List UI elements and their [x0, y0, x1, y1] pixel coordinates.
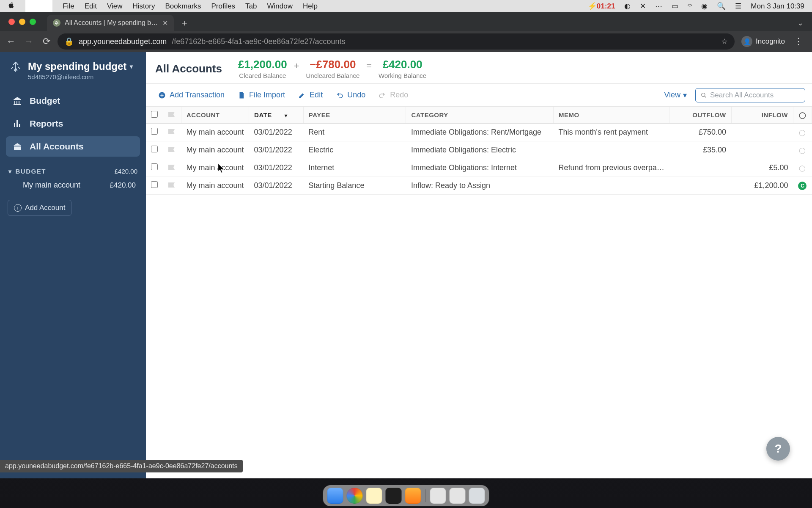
page-title: All Accounts — [155, 62, 226, 75]
back-button[interactable]: ← — [4, 35, 18, 48]
column-header-outflow[interactable]: OUTFLOW — [669, 107, 731, 124]
row-checkbox[interactable] — [146, 177, 163, 195]
table-row[interactable]: My main account03/01/2022Starting Balanc… — [146, 177, 812, 195]
dock-trash-icon[interactable] — [469, 488, 485, 504]
help-button[interactable]: ? — [766, 437, 790, 461]
undo-button[interactable]: Undo — [330, 87, 370, 103]
menubar-item[interactable]: History — [132, 2, 155, 11]
spotlight-icon[interactable]: 🔍 — [717, 2, 726, 11]
menubar-status-icon[interactable]: ⋯ — [655, 2, 662, 11]
window-close-button[interactable] — [8, 19, 15, 25]
menubar-clock[interactable]: Mon 3 Jan 10:39 — [751, 2, 804, 11]
row-flag-icon[interactable] — [163, 159, 181, 177]
add-account-button[interactable]: + Add Account — [8, 200, 71, 216]
cell-outflow — [669, 177, 731, 195]
window-fullscreen-button[interactable] — [30, 19, 36, 25]
forward-button: → — [22, 35, 36, 48]
dock-app-icon[interactable] — [430, 488, 446, 504]
table-row[interactable]: My main account03/01/2022InternetImmedia… — [146, 159, 812, 177]
file-import-button[interactable]: File Import — [232, 87, 290, 103]
select-all-checkbox[interactable] — [146, 107, 163, 124]
dock-app-icon[interactable] — [366, 488, 382, 504]
svg-point-1 — [702, 93, 705, 96]
chrome-menu-button[interactable]: ⋮ — [792, 35, 805, 48]
column-header-inflow[interactable]: INFLOW — [731, 107, 793, 124]
cell-cleared-toggle[interactable]: ◯ — [793, 159, 812, 177]
menubar-item[interactable]: Edit — [85, 2, 97, 11]
row-flag-icon[interactable] — [163, 124, 181, 141]
cell-cleared-toggle[interactable]: ◯ — [793, 141, 812, 159]
tabstrip-overflow-icon[interactable]: ⌄ — [797, 15, 808, 31]
plus-circle-icon: + — [14, 204, 22, 212]
cell-cleared-toggle[interactable]: C — [793, 177, 812, 195]
menubar-item[interactable]: Bookmarks — [165, 2, 201, 11]
add-transaction-button[interactable]: Add Transaction — [153, 87, 230, 103]
battery-indicator[interactable]: ⚡01:21 — [588, 2, 615, 11]
incognito-indicator[interactable]: 👤 Incognito — [741, 36, 785, 47]
cell-inflow: £1,200.00 — [731, 177, 793, 195]
row-checkbox[interactable] — [146, 141, 163, 159]
search-input-wrapper[interactable] — [695, 88, 805, 102]
sidebar-item-reports[interactable]: Reports — [6, 113, 140, 134]
equals-icon: = — [366, 61, 372, 72]
dock-app-icon[interactable] — [450, 488, 466, 504]
cleared-balance: £1,200.00 Cleared Balance — [238, 58, 287, 79]
row-flag-icon[interactable] — [163, 177, 181, 195]
tab-close-icon[interactable]: ✕ — [162, 19, 168, 27]
search-input[interactable] — [710, 91, 800, 99]
cell-category: Immediate Obligations: Electric — [406, 141, 554, 159]
dock-app-icon[interactable] — [386, 488, 402, 504]
chevron-down-icon: ▾ — [683, 91, 687, 100]
cell-outflow: £750.00 — [669, 124, 731, 141]
sidebar-section-budget[interactable]: ▾BUDGET £420.00 — [8, 168, 137, 175]
browser-tab[interactable]: ✲ All Accounts | My spending bu… ✕ — [47, 15, 174, 31]
table-row[interactable]: My main account03/01/2022ElectricImmedia… — [146, 141, 812, 159]
sidebar-item-all-accounts[interactable]: All Accounts — [6, 136, 140, 157]
menubar-status-icon[interactable]: ✕ — [640, 2, 646, 11]
menubar-item[interactable]: File — [63, 2, 74, 11]
wifi-icon[interactable]: ⌔ — [688, 2, 692, 11]
dock-app-icon[interactable] — [327, 488, 343, 504]
menubar-item[interactable]: Profiles — [211, 2, 235, 11]
menubar-item[interactable]: Help — [303, 2, 318, 11]
edit-button[interactable]: Edit — [293, 87, 328, 103]
menubar-item[interactable]: View — [107, 2, 123, 11]
chrome-toolbar: ← → ⟳ 🔒 app.youneedabudget.com/fe67162b-… — [0, 31, 812, 52]
row-flag-icon[interactable] — [163, 141, 181, 159]
column-header-account[interactable]: ACCOUNT — [181, 107, 249, 124]
menubar-status-icon[interactable]: ◐ — [624, 2, 631, 11]
search-icon — [701, 91, 707, 99]
control-center-icon[interactable]: ◉ — [701, 2, 708, 11]
column-header-memo[interactable]: MEMO — [554, 107, 669, 124]
menubar-item[interactable]: Tab — [245, 2, 257, 11]
view-menu-button[interactable]: View ▾ — [658, 91, 693, 100]
column-header-cleared[interactable]: ◯ — [793, 107, 812, 124]
apple-logo-icon[interactable] — [8, 1, 15, 11]
address-bar[interactable]: 🔒 app.youneedabudget.com/fe67162b-e665-4… — [58, 33, 735, 50]
file-icon — [237, 91, 246, 99]
flag-column-header[interactable] — [163, 107, 181, 124]
menubar-item[interactable]: Window — [267, 2, 293, 11]
cell-account: My main account — [181, 124, 249, 141]
column-header-payee[interactable]: PAYEE — [303, 107, 406, 124]
column-header-category[interactable]: CATEGORY — [406, 107, 554, 124]
dock-app-icon[interactable] — [347, 488, 363, 504]
sidebar-account-item[interactable]: My main account £420.00 — [8, 175, 137, 190]
window-minimize-button[interactable] — [19, 19, 25, 25]
working-balance: £420.00 Working Balance — [379, 58, 426, 79]
cell-memo: This month's rent payment — [554, 124, 669, 141]
table-row[interactable]: My main account03/01/2022RentImmediate O… — [146, 124, 812, 141]
budget-email: 5d485270@uifeed.com — [28, 73, 133, 80]
new-tab-button[interactable]: ＋ — [180, 15, 189, 31]
row-checkbox[interactable] — [146, 159, 163, 177]
column-header-date[interactable]: DATE▾ — [249, 107, 304, 124]
bookmark-star-icon[interactable]: ☆ — [721, 37, 728, 46]
budget-switcher[interactable]: My spending budget ▾ 5d485270@uifeed.com — [0, 57, 146, 87]
sidebar-item-budget[interactable]: Budget — [6, 91, 140, 111]
cell-cleared-toggle[interactable]: ◯ — [793, 124, 812, 141]
reload-button[interactable]: ⟳ — [40, 35, 53, 48]
row-checkbox[interactable] — [146, 124, 163, 141]
dock-app-icon[interactable] — [405, 488, 421, 504]
menubar-status-icon[interactable]: ▭ — [672, 2, 678, 11]
menubar-status-icon[interactable]: ☰ — [735, 2, 741, 11]
